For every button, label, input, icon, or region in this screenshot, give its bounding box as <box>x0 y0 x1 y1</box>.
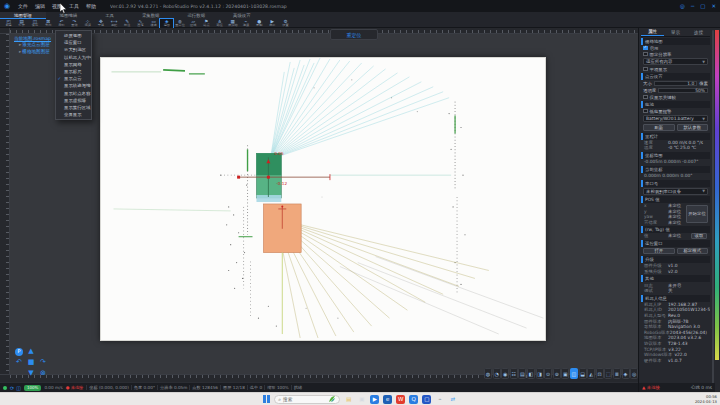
upgrade-row[interactable]: 系统升级v2.0 <box>641 269 710 275</box>
statusbar-icon[interactable]: ◫ <box>16 385 21 391</box>
layer-toggle-button[interactable]: ◭ <box>587 368 595 379</box>
map-sheet[interactable]: 0.05 -0.12 <box>100 57 546 341</box>
layer-toggle-button[interactable]: ◧ <box>527 368 535 379</box>
teleop-button[interactable]: ↶ <box>16 359 22 366</box>
ribbon-tool-button[interactable]: ▭ 橡皮 <box>147 19 160 28</box>
teleop-button[interactable]: ▲ <box>28 348 33 355</box>
calibration-button[interactable]: 标定模式 <box>677 248 709 255</box>
ribbon-tool-button[interactable]: ▤ 打开 <box>15 19 28 28</box>
menu-option[interactable]: ✓ 还原视图 <box>56 32 91 39</box>
layer-toggle-button[interactable]: ☷ <box>510 368 518 379</box>
checkbox-battery-alarm[interactable]: ✓ 低电量报警 <box>641 108 710 114</box>
read-tag-button[interactable]: 读取 <box>691 233 707 239</box>
ribbon-tool-button[interactable]: ⚑ 站点 <box>200 19 213 28</box>
target-footprint[interactable] <box>263 204 301 253</box>
battery-dropdown[interactable]: Battery/W201.battery▼ <box>643 115 708 122</box>
ribbon-tool-button[interactable]: ↶ 撤销 <box>55 19 68 28</box>
grid-fit-dropdown[interactable]: 适应所有内容▼ <box>643 58 708 65</box>
ribbon-tool-button[interactable]: ▶ 回放 <box>266 19 279 28</box>
ribbon-tool-button[interactable]: ⋔ 路径 <box>213 19 226 28</box>
ribbon-tab[interactable]: 地图编辑 <box>46 12 92 19</box>
serial-dropdown[interactable]: 未检测到串口设备▼ <box>643 188 708 195</box>
taskbar-app-icon[interactable]: ▣ <box>357 395 366 404</box>
ribbon-tool-button[interactable]: ⌁ 连接 <box>239 19 252 28</box>
ribbon-tab[interactable]: 高级设置 <box>219 12 265 19</box>
layer-toggle-button[interactable]: ◈ <box>622 368 630 379</box>
layer-toggle-button[interactable]: ◍ <box>484 368 492 379</box>
menu-option[interactable]: ✓ 显示标尺 <box>56 68 91 75</box>
ribbon-tool-button[interactable]: ◈ 建图 <box>160 19 173 28</box>
panel-tab[interactable]: 显示 <box>664 28 687 36</box>
ribbon-tool-button[interactable]: ◫ 保存 <box>28 19 41 28</box>
checkbox-keyframes[interactable]: ✓ 仅显示关键帧 <box>641 94 710 100</box>
menu-option[interactable]: ✓ 放大到选区 <box>56 46 91 53</box>
default-params-button[interactable]: 默认参数 <box>677 124 709 131</box>
layer-toggle-button[interactable]: ◫ <box>570 368 578 379</box>
window-control-button[interactable]: ─ <box>691 3 694 9</box>
ribbon-tool-button[interactable]: ⟷ 测距 <box>108 19 121 28</box>
layer-toggle-button[interactable]: ⊡ <box>596 368 604 379</box>
layer-toggle-button[interactable]: ⬓ <box>579 368 587 379</box>
checkbox-fixed-resolution[interactable]: ✓ 固定分辨率 <box>641 51 710 57</box>
statusbar-icon[interactable]: ⟳ <box>10 385 14 391</box>
panel-tab[interactable]: 连接 <box>687 28 710 36</box>
window-control-button[interactable]: ▢ <box>700 3 705 9</box>
cloud-size-input[interactable]: 1.0 <box>654 81 697 87</box>
ribbon-tool-button[interactable]: ✎ 标注 <box>121 19 134 28</box>
windows-start-button[interactable] <box>263 395 271 403</box>
menu-option[interactable]: ✓ 显示轨迹与编号 <box>56 82 91 89</box>
panel-scrollbar[interactable] <box>712 30 714 386</box>
ribbon-tool-button[interactable]: ⊠ 关闭 <box>42 19 55 28</box>
taskbar-app-icon[interactable]: ▢ <box>422 395 431 404</box>
layer-toggle-button[interactable]: ◨ <box>536 368 544 379</box>
teleop-button[interactable]: ▼ <box>28 370 33 377</box>
ribbon-tab[interactable]: 地图管理 <box>0 12 46 19</box>
menu-option[interactable]: ✓ 全屏显示 <box>56 111 91 118</box>
menu-option[interactable]: ✓ 显示点云 <box>56 75 91 82</box>
ribbon-tool-button[interactable]: ↷ 重做 <box>68 19 81 28</box>
window-control-button[interactable]: ✕ <box>711 3 716 9</box>
window-control-button[interactable]: ◎ <box>680 3 685 9</box>
relocate-button[interactable]: 重定位 <box>330 29 378 40</box>
refresh-button[interactable]: 刷新 <box>643 124 675 131</box>
menu-option[interactable]: ✓ 显示禁行区域 <box>56 104 91 111</box>
taskbar-app-icon[interactable]: ▤ <box>344 395 353 404</box>
menu-item[interactable]: 文件 <box>15 3 31 9</box>
ribbon-tool-button[interactable]: ⊕ 重定位 <box>173 19 186 28</box>
layer-toggle-button[interactable]: ≣ <box>613 368 621 379</box>
taskbar-search[interactable]: ⌕ 搜索 <box>274 395 340 404</box>
taskbar-app-icon[interactable]: ⇄ <box>448 395 457 404</box>
ribbon-tab[interactable]: 采集数据 <box>128 12 174 19</box>
ribbon-tool-button[interactable]: ⚙ 设置 <box>279 19 292 28</box>
ribbon-tool-button[interactable]: ⊹ 选择 <box>81 19 94 28</box>
layer-toggle-button[interactable]: ▤ <box>518 368 526 379</box>
ribbon-tool-button[interactable]: ▱ 区域 <box>187 19 200 28</box>
menu-option[interactable]: ✓ 适应窗口 <box>56 39 91 46</box>
teleop-button[interactable]: P <box>15 348 23 356</box>
ribbon-tool-button[interactable]: ◰ 新建 <box>2 19 15 28</box>
menu-option[interactable]: ✓ 显示虚拟墙 <box>56 97 91 104</box>
menu-item[interactable]: 帮助 <box>83 3 99 9</box>
ribbon-tool-button[interactable]: ▦ 虚拟墙 <box>226 19 239 28</box>
taskbar-app-icon[interactable]: Q <box>409 395 418 404</box>
layer-toggle-button[interactable]: ▣ <box>561 368 569 379</box>
menu-option[interactable]: ✓ 显示站点名称 <box>56 90 91 97</box>
panel-tab[interactable]: 属性 <box>641 28 664 36</box>
layer-toggle-button[interactable]: ◔ <box>493 368 501 379</box>
layer-toggle-button[interactable]: ⬚ <box>604 368 612 379</box>
system-tray[interactable]: 00:56 2024-04-13 <box>695 393 717 405</box>
taskbar-app-icon[interactable]: ▶ <box>370 395 379 404</box>
teleop-button[interactable]: ■ <box>28 359 35 366</box>
layer-toggle-button[interactable]: ◉ <box>501 368 509 379</box>
map-canvas[interactable]: 0.05 -0.12 <box>10 34 638 374</box>
start-localize-button[interactable]: 开始定位 <box>686 205 708 223</box>
layer-tree-item[interactable]: ▸栅格地图图层 <box>14 49 51 55</box>
taskbar-app-icon[interactable]: ⌁ <box>435 395 444 404</box>
ribbon-tab[interactable]: 运行数据 <box>173 12 219 19</box>
menu-option[interactable]: ✓ 显示网格 <box>56 61 91 68</box>
menu-option[interactable]: ✓ 以机器人为中心 <box>56 54 91 61</box>
teleop-button[interactable]: ↷ <box>40 359 46 366</box>
taskbar-app-icon[interactable]: W <box>396 395 405 404</box>
menu-item[interactable]: 编辑 <box>32 3 48 9</box>
ribbon-tool-button[interactable]: ● 录制 <box>253 19 266 28</box>
